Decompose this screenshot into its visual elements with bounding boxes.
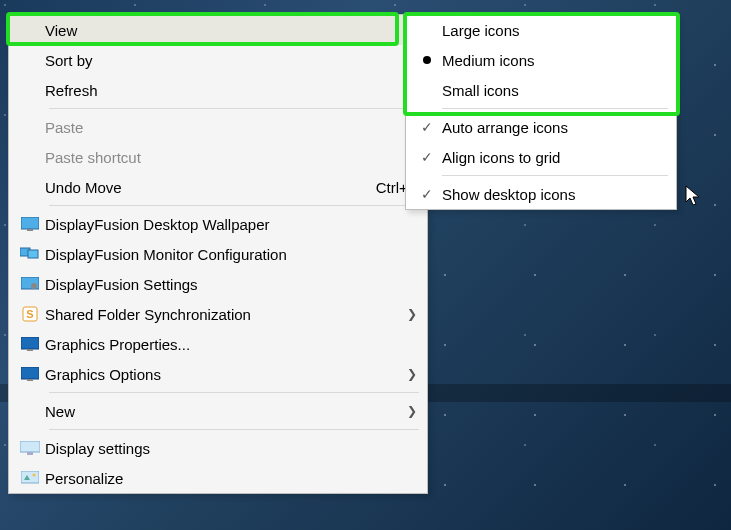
- menu-item-graphics-options[interactable]: Graphics Options ❯: [9, 359, 427, 389]
- chevron-right-icon: ❯: [403, 307, 417, 321]
- menu-label: Auto arrange icons: [442, 119, 666, 136]
- menu-label: Small icons: [442, 82, 666, 99]
- menu-label: New: [45, 403, 403, 420]
- menu-item-shared-folder[interactable]: S Shared Folder Synchronization ❯: [9, 299, 427, 329]
- radio-checked-icon: [412, 56, 442, 64]
- menu-label: Align icons to grid: [442, 149, 666, 166]
- menu-label: Refresh: [45, 82, 417, 99]
- svg-rect-13: [27, 452, 33, 455]
- separator: [49, 108, 419, 109]
- menu-item-personalize[interactable]: Personalize: [9, 463, 427, 493]
- menu-item-sort-by[interactable]: Sort by ❯: [9, 45, 427, 75]
- separator: [49, 429, 419, 430]
- display-settings-icon: [15, 441, 45, 455]
- menu-item-df-wallpaper[interactable]: DisplayFusion Desktop Wallpaper: [9, 209, 427, 239]
- menu-item-large-icons[interactable]: Large icons: [406, 15, 676, 45]
- menu-item-graphics-properties[interactable]: Graphics Properties...: [9, 329, 427, 359]
- menu-label: Show desktop icons: [442, 186, 666, 203]
- menu-label: Graphics Properties...: [45, 336, 417, 353]
- menu-item-df-monitor[interactable]: DisplayFusion Monitor Configuration: [9, 239, 427, 269]
- menu-item-view[interactable]: View ❯: [9, 15, 427, 45]
- svg-rect-0: [21, 217, 39, 229]
- menu-label: Graphics Options: [45, 366, 403, 383]
- svg-rect-14: [21, 471, 39, 483]
- menu-label: Personalize: [45, 470, 417, 487]
- menu-item-small-icons[interactable]: Small icons: [406, 75, 676, 105]
- separator: [442, 175, 668, 176]
- menu-item-new[interactable]: New ❯: [9, 396, 427, 426]
- menu-item-undo-move[interactable]: Undo Move Ctrl+Z: [9, 172, 427, 202]
- menu-item-medium-icons[interactable]: Medium icons: [406, 45, 676, 75]
- desktop-context-menu: View ❯ Sort by ❯ Refresh Paste Paste sho…: [8, 14, 428, 494]
- svg-rect-8: [21, 337, 39, 349]
- mouse-cursor-icon: [685, 185, 703, 209]
- svg-rect-1: [27, 229, 33, 231]
- displayfusion-wallpaper-icon: [15, 217, 45, 231]
- svg-point-5: [31, 283, 37, 289]
- separator: [49, 392, 419, 393]
- menu-item-refresh[interactable]: Refresh: [9, 75, 427, 105]
- menu-label: Undo Move: [45, 179, 368, 196]
- menu-label: Large icons: [442, 22, 666, 39]
- menu-label: View: [45, 22, 403, 39]
- menu-item-auto-arrange[interactable]: ✓ Auto arrange icons: [406, 112, 676, 142]
- separator: [442, 108, 668, 109]
- chevron-right-icon: ❯: [403, 367, 417, 381]
- shared-folder-icon: S: [15, 306, 45, 322]
- svg-rect-3: [28, 250, 38, 258]
- menu-label: DisplayFusion Desktop Wallpaper: [45, 216, 417, 233]
- menu-label: Sort by: [45, 52, 403, 69]
- checkmark-icon: ✓: [412, 149, 442, 165]
- menu-item-df-settings[interactable]: DisplayFusion Settings: [9, 269, 427, 299]
- intel-graphics-icon: [15, 367, 45, 381]
- svg-point-15: [33, 474, 36, 477]
- svg-rect-11: [27, 379, 33, 381]
- menu-item-align-grid[interactable]: ✓ Align icons to grid: [406, 142, 676, 172]
- svg-rect-12: [20, 441, 40, 452]
- menu-item-display-settings[interactable]: Display settings: [9, 433, 427, 463]
- menu-item-show-desktop-icons[interactable]: ✓ Show desktop icons: [406, 179, 676, 209]
- chevron-right-icon: ❯: [403, 404, 417, 418]
- personalize-icon: [15, 471, 45, 485]
- checkmark-icon: ✓: [412, 186, 442, 202]
- menu-label: Paste shortcut: [45, 149, 417, 166]
- menu-label: Paste: [45, 119, 417, 136]
- menu-item-paste-shortcut: Paste shortcut: [9, 142, 427, 172]
- menu-label: DisplayFusion Settings: [45, 276, 417, 293]
- menu-label: Shared Folder Synchronization: [45, 306, 403, 323]
- menu-label: Display settings: [45, 440, 417, 457]
- separator: [49, 205, 419, 206]
- view-submenu: Large icons Medium icons Small icons ✓ A…: [405, 14, 677, 210]
- displayfusion-monitor-icon: [15, 247, 45, 261]
- svg-text:S: S: [26, 308, 33, 320]
- menu-item-paste: Paste: [9, 112, 427, 142]
- svg-rect-10: [21, 367, 39, 379]
- displayfusion-settings-icon: [15, 277, 45, 291]
- menu-label: DisplayFusion Monitor Configuration: [45, 246, 417, 263]
- svg-rect-9: [27, 349, 33, 351]
- intel-graphics-icon: [15, 337, 45, 351]
- checkmark-icon: ✓: [412, 119, 442, 135]
- menu-label: Medium icons: [442, 52, 666, 69]
